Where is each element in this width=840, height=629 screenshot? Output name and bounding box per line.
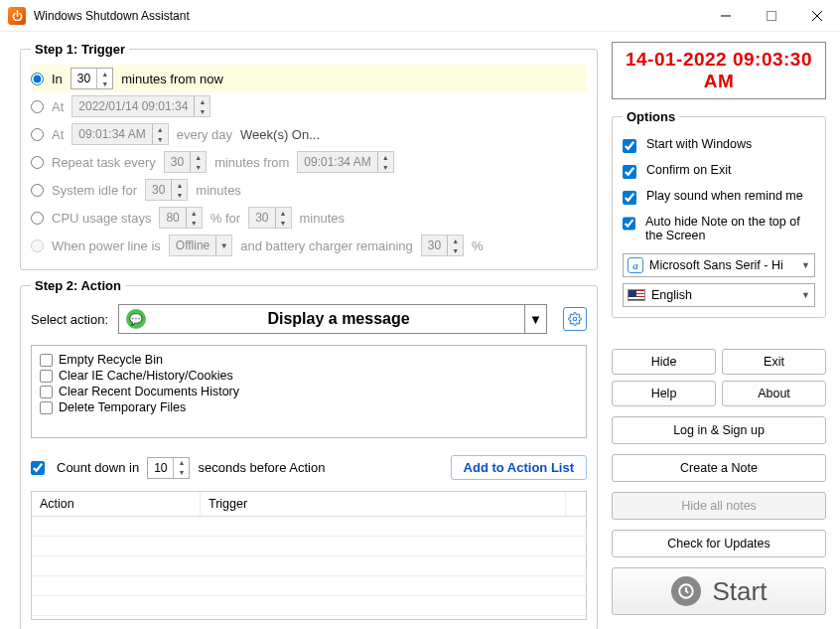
start-button[interactable]: Start [612, 567, 826, 615]
table-row [32, 537, 586, 556]
exit-button[interactable]: Exit [722, 349, 826, 375]
select-action-label: Select action: [31, 312, 108, 327]
trigger-cpu-radio[interactable] [31, 212, 44, 225]
trigger-in-label: In [52, 72, 63, 86]
check-updates-button[interactable]: Check for Updates [612, 530, 826, 557]
chevron-down-icon[interactable]: ▼ [524, 305, 546, 333]
settings-gear-button[interactable] [563, 307, 587, 331]
trigger-idle-row[interactable]: System idle for 30▲▼ minutes [31, 176, 587, 204]
close-button[interactable] [794, 0, 840, 32]
create-note-button[interactable]: Create a Note [612, 454, 826, 482]
font-icon: a [628, 257, 643, 273]
maximize-button[interactable] [749, 0, 794, 32]
trigger-repeat-row[interactable]: Repeat task every 30▲▼ minutes from 09:0… [31, 148, 587, 176]
trigger-at-datetime-value[interactable]: 2022/01/14 09:01:34 ▲▼ [71, 95, 210, 117]
current-datetime: 14-01-2022 09:03:30 AM [612, 42, 826, 99]
trigger-at-time-radio[interactable] [31, 128, 44, 141]
svg-rect-1 [768, 11, 776, 20]
opt-auto-hide[interactable]: Auto hide Note on the top of the Screen [623, 210, 815, 247]
app-logo-icon: ⏻ [8, 7, 26, 25]
step2-group: Step 2: Action Select action: 💬 Display … [20, 278, 598, 629]
minimize-button[interactable] [703, 0, 749, 32]
trigger-idle-radio[interactable] [31, 184, 44, 197]
opt-play-sound[interactable]: Play sound when remind me [623, 184, 815, 210]
trigger-cpu-row[interactable]: CPU usage stays 80▲▼ % for 30▲▼ minutes [31, 204, 587, 232]
trigger-repeat-radio[interactable] [31, 156, 44, 169]
trigger-in-value[interactable]: 30 ▲▼ [70, 68, 113, 89]
chk-delete-temp[interactable]: Delete Temporary Files [40, 399, 578, 415]
col-trigger[interactable]: Trigger [201, 492, 566, 516]
trigger-at-datetime-radio[interactable] [31, 100, 44, 113]
chk-clear-recent[interactable]: Clear Recent Documents History [40, 384, 578, 399]
table-row [32, 576, 586, 596]
table-row [32, 517, 586, 537]
font-dropdown[interactable]: a Microsoft Sans Serif - Hi ▼ [623, 253, 815, 277]
chk-clear-ie[interactable]: Clear IE Cache/History/Cookies [40, 368, 578, 384]
chk-empty-recycle[interactable]: Empty Recycle Bin [40, 352, 578, 368]
login-signup-button[interactable]: Log in & Sign up [612, 416, 826, 444]
trigger-at-datetime-row[interactable]: At 2022/01/14 09:01:34 ▲▼ [31, 92, 587, 120]
action-dropdown[interactable]: 💬 Display a message ▼ [118, 304, 547, 334]
countdown-checkbox[interactable] [31, 461, 45, 475]
opt-start-windows[interactable]: Start with Windows [623, 132, 815, 158]
trigger-in-radio[interactable] [31, 73, 44, 85]
opt-confirm-exit[interactable]: Confirm on Exit [623, 158, 815, 184]
action-list-table[interactable]: Action Trigger [31, 491, 587, 620]
trigger-at-time-value[interactable]: 09:01:34 AM ▲▼ [71, 123, 168, 145]
trigger-power-row[interactable]: When power line is Offline▼ and battery … [31, 232, 587, 259]
svg-point-4 [573, 317, 577, 321]
about-button[interactable]: About [722, 381, 826, 406]
options-group: Options Start with Windows Confirm on Ex… [612, 109, 826, 318]
weeks-on-link[interactable]: Week(s) On... [240, 127, 320, 142]
trigger-in-suffix: minutes from now [121, 72, 223, 86]
title-bar: ⏻ Windows Shutdown Assistant [0, 0, 840, 32]
hide-button[interactable]: Hide [612, 349, 716, 375]
step1-legend: Step 1: Trigger [31, 42, 129, 57]
extra-actions-group: Empty Recycle Bin Clear IE Cache/History… [31, 345, 587, 438]
clock-icon [671, 576, 701, 606]
table-row [32, 556, 586, 576]
language-dropdown[interactable]: English ▼ [623, 283, 815, 307]
message-icon: 💬 [126, 309, 146, 329]
step1-group: Step 1: Trigger In 30 ▲▼ minutes from no… [20, 42, 598, 270]
add-to-action-list-button[interactable]: Add to Action List [451, 455, 587, 480]
col-action[interactable]: Action [32, 492, 201, 516]
window-title: Windows Shutdown Assistant [34, 9, 190, 23]
table-row [32, 596, 586, 616]
help-button[interactable]: Help [612, 381, 716, 406]
trigger-power-radio [31, 239, 44, 252]
trigger-at-time-row[interactable]: At 09:01:34 AM ▲▼ every day Week(s) On..… [31, 120, 587, 148]
countdown-value[interactable]: 10▲▼ [147, 457, 190, 479]
trigger-in-row[interactable]: In 30 ▲▼ minutes from now [31, 65, 587, 92]
hide-all-notes-button[interactable]: Hide all notes [612, 492, 826, 520]
flag-us-icon [628, 289, 645, 301]
step2-legend: Step 2: Action [31, 278, 125, 293]
